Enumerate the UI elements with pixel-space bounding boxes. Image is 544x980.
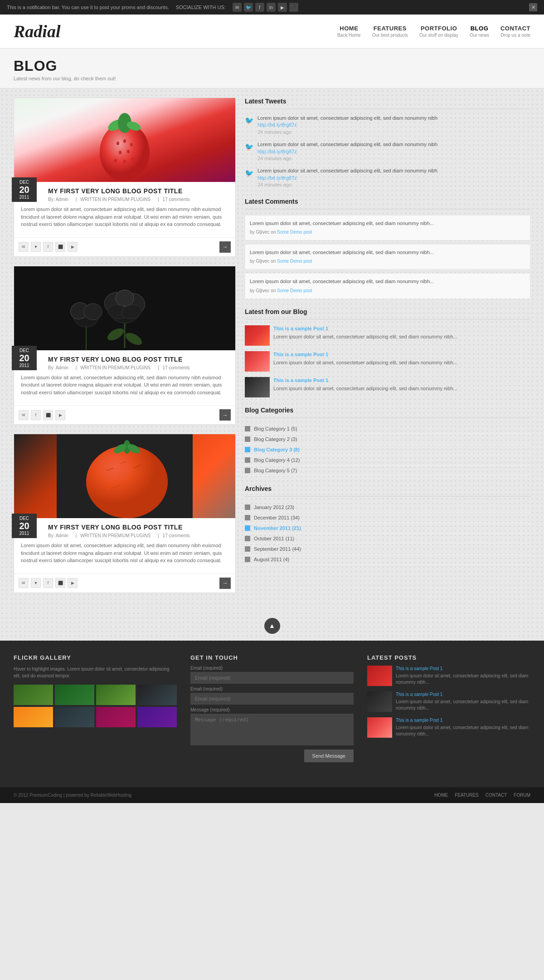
- share-email-icon-3[interactable]: ✉: [19, 578, 29, 588]
- notification-close-button[interactable]: ✕: [529, 3, 537, 11]
- comment-text-2: Lorem ipsum dolor sit amet, consectetuer…: [250, 250, 434, 255]
- share-bookmark-icon-3[interactable]: ▼: [31, 578, 41, 588]
- footer-nav-forum[interactable]: FORUM: [514, 793, 530, 798]
- nav-item-home[interactable]: HOME Back Home: [337, 25, 361, 38]
- footer-post-text-1: This is a sample Post 1 Lorem ipsum dolo…: [396, 666, 530, 686]
- blog-latest-link-1[interactable]: This is a sample Post 1: [273, 325, 457, 332]
- tweets-title: Latest Tweets: [245, 98, 530, 109]
- arch-icon-1: [245, 505, 250, 510]
- tomato-illustration: [57, 434, 193, 518]
- facebook-icon[interactable]: f: [255, 3, 264, 12]
- footer-post-text-3: This is a sample Post 1 Lorem ipsum dolo…: [396, 717, 530, 738]
- share-video-icon[interactable]: ▶: [68, 242, 78, 252]
- footer-nav-contact[interactable]: CONTACT: [486, 793, 507, 798]
- share-flickr-icon[interactable]: ⬛: [55, 242, 65, 252]
- sep5: |: [76, 533, 77, 538]
- svg-point-5: [117, 142, 119, 145]
- contact-email-input[interactable]: [190, 672, 354, 684]
- nav-item-contact[interactable]: CONTACT Drop us a note: [500, 25, 530, 38]
- footer-post-link-1[interactable]: This is a sample Post 1: [396, 666, 530, 672]
- share-bookmark-icon[interactable]: ▼: [31, 242, 41, 252]
- category-1[interactable]: Blog Category 1 (5): [245, 424, 530, 434]
- tweet-link-3[interactable]: http://bit.ly/tfrg87z: [257, 175, 437, 181]
- share-video-icon-2[interactable]: ▶: [55, 410, 65, 420]
- footer-post-thumb-3: [367, 717, 392, 738]
- flickr-title: FLICKR GALLERY: [14, 654, 177, 661]
- category-4[interactable]: Blog Category 4 (12): [245, 455, 530, 466]
- blog-latest-link-3[interactable]: This is a sample Post 1: [273, 377, 457, 384]
- flickr-thumb-3[interactable]: [96, 685, 136, 705]
- arch-label-6: August 2011 (4): [254, 557, 289, 562]
- post-title-2[interactable]: MY FIRST VERY LONG BLOG POST TITLE: [21, 356, 228, 363]
- post-comments-3[interactable]: 17 comments: [162, 533, 189, 538]
- flickr-thumb-4[interactable]: [137, 685, 177, 705]
- share-flickr-icon-2[interactable]: ⬛: [43, 410, 53, 420]
- nav-label-blog: BLOG: [471, 25, 489, 32]
- share-facebook-icon[interactable]: f: [43, 242, 53, 252]
- flickr-thumb-2[interactable]: [55, 685, 94, 705]
- flickr-thumb-7[interactable]: [96, 707, 136, 727]
- post-title-1[interactable]: MY FIRST VERY LONG BLOG POST TITLE: [21, 187, 228, 195]
- flickr-thumb-6[interactable]: [55, 707, 94, 727]
- post-read-more-1[interactable]: →: [219, 241, 231, 253]
- share-video-icon-3[interactable]: ▶: [68, 578, 78, 588]
- blog-latest-text-1: This is a sample Post 1 Lorem ipsum dolo…: [273, 325, 457, 346]
- archive-5[interactable]: September 2011 (44): [245, 544, 530, 554]
- share-facebook-icon-2[interactable]: f: [31, 410, 41, 420]
- post-comments-2[interactable]: 17 comments: [162, 365, 189, 370]
- flickr-thumb-8[interactable]: [137, 707, 177, 727]
- share-email-icon-2[interactable]: ✉: [19, 410, 29, 420]
- blog-latest-3: This is a sample Post 1 Lorem ipsum dolo…: [245, 377, 530, 397]
- svg-point-7: [130, 143, 133, 147]
- blog-latest-link-2[interactable]: This is a sample Post 1: [273, 351, 457, 358]
- share-email-icon[interactable]: ✉: [19, 242, 29, 252]
- site-logo[interactable]: Radial: [14, 21, 60, 41]
- copyright: © 2012 PremiumCoding | powered by Reliab…: [14, 793, 131, 798]
- tweet-link-1[interactable]: http://bit.ly/tfrg87z: [257, 122, 437, 128]
- post-read-more-3[interactable]: →: [219, 578, 231, 589]
- post-body-1: MY FIRST VERY LONG BLOG POST TITLE By: A…: [14, 182, 235, 237]
- flickr-thumb-5[interactable]: [14, 707, 53, 727]
- contact-email2-input[interactable]: [190, 693, 354, 705]
- email-icon[interactable]: ✉: [233, 3, 242, 12]
- twitter-icon[interactable]: 🐦: [244, 3, 253, 12]
- comment-link-2[interactable]: Some Demo post: [277, 259, 312, 264]
- post-comments-1[interactable]: 17 comments: [162, 197, 189, 202]
- latest-blog-title: Latest from our Blog: [245, 308, 530, 320]
- archive-3[interactable]: November 2011 (21): [245, 523, 530, 534]
- comment-link-3[interactable]: Some Demo post: [277, 288, 312, 293]
- post-title-3[interactable]: MY FIRST VERY LONG BLOG POST TITLE: [21, 524, 228, 531]
- flickr-thumb-1[interactable]: [14, 685, 53, 705]
- send-message-button[interactable]: Send Message: [304, 750, 354, 762]
- post-footer-2: ✉ f ⬛ ▶ →: [14, 405, 235, 424]
- category-2[interactable]: Blog Category 2 (3): [245, 434, 530, 445]
- footer-nav-home[interactable]: HOME: [434, 793, 448, 798]
- category-3[interactable]: Blog Category 3 (8): [245, 445, 530, 455]
- archive-4[interactable]: October 2011 (11): [245, 534, 530, 544]
- post-read-more-2[interactable]: →: [219, 409, 231, 421]
- archive-1[interactable]: January 2012 (23): [245, 502, 530, 513]
- nav-item-portfolio[interactable]: PORTFOLIO Our stuff on display: [419, 25, 458, 38]
- footer-nav-features[interactable]: FEATURES: [455, 793, 479, 798]
- rss-icon[interactable]: ⬛: [289, 3, 298, 12]
- archive-2[interactable]: December 2011 (34): [245, 513, 530, 523]
- comment-link-1[interactable]: Some Demo post: [277, 230, 312, 235]
- archive-6[interactable]: August 2011 (4): [245, 554, 530, 565]
- footer-post-link-2[interactable]: This is a sample Post 1: [396, 691, 530, 698]
- scroll-top-button[interactable]: ▲: [264, 618, 280, 634]
- svg-point-6: [123, 139, 126, 143]
- post-month-2: Dec: [12, 348, 37, 353]
- share-flickr-icon-3[interactable]: ⬛: [55, 578, 65, 588]
- post-day-3: 20: [12, 521, 37, 531]
- linkedin-icon[interactable]: in: [267, 3, 276, 12]
- share-facebook-icon-3[interactable]: f: [43, 578, 53, 588]
- cat-icon-4: [245, 457, 250, 463]
- nav-item-features[interactable]: FEATURES Our best products: [372, 25, 408, 38]
- category-5[interactable]: Blog Category 5 (7): [245, 466, 530, 476]
- contact-message-input[interactable]: [190, 714, 354, 745]
- footer-post-link-3[interactable]: This is a sample Post 1: [396, 717, 530, 724]
- socialize-label: SOCIALIZE WITH US:: [176, 5, 226, 10]
- nav-item-blog[interactable]: BLOG Our news: [470, 25, 489, 38]
- youtube-icon[interactable]: ▶: [278, 3, 287, 12]
- tweet-link-2[interactable]: http://bit.ly/tfrg87z: [257, 148, 437, 155]
